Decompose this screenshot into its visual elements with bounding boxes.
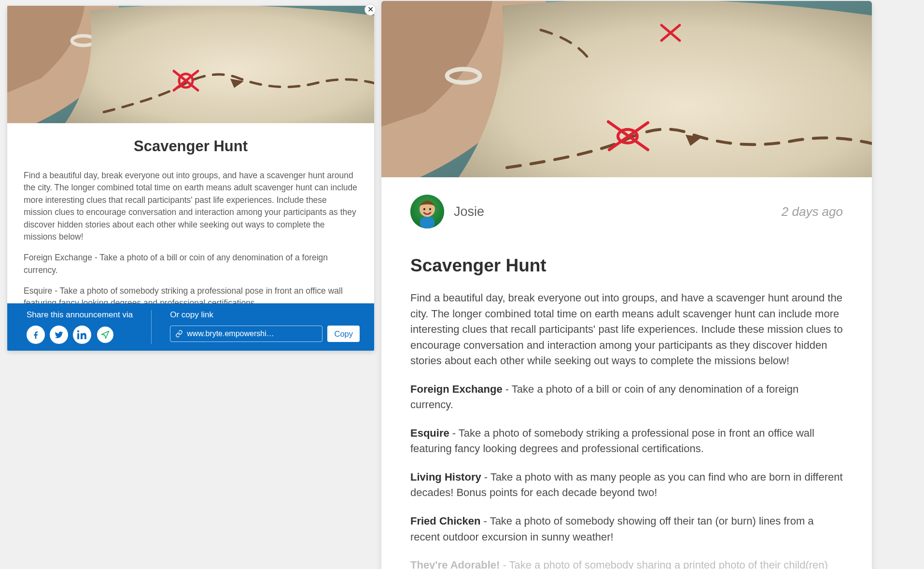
share-link-text: www.bryte.empowershi… [187, 329, 274, 338]
share-bar: Share this announcement via [7, 303, 374, 351]
share-facebook-button[interactable] [27, 326, 45, 344]
post-timestamp: 2 days ago [782, 204, 843, 219]
share-label: Share this announcement via [27, 310, 133, 320]
announcement-body: Find a beautiful day, break everyone out… [410, 290, 843, 569]
svg-point-15 [423, 208, 425, 210]
share-linkedin-button[interactable] [73, 326, 91, 344]
mission-item: Foreign Exchange - Take a photo of a bil… [410, 382, 843, 413]
copy-link-button[interactable]: Copy [327, 326, 360, 342]
svg-point-16 [429, 208, 431, 210]
mission-name: Foreign Exchange [410, 383, 503, 395]
close-icon: ✕ [367, 6, 374, 14]
author-name: Josie [454, 204, 484, 219]
link-icon [175, 330, 183, 338]
hero-image-small [7, 6, 374, 123]
intro-paragraph: Find a beautiful day, break everyone out… [24, 170, 358, 243]
mission-item: Foreign Exchange - Take a photo of a bil… [24, 252, 358, 276]
close-button[interactable]: ✕ [364, 4, 376, 15]
mission-name: Living History [410, 471, 481, 483]
modal-title: Scavenger Hunt [7, 123, 374, 160]
announcement-card: Josie 2 days ago Scavenger Hunt Find a b… [381, 1, 872, 569]
mission-item: Esquire - Take a photo of somebody strik… [410, 426, 843, 457]
modal-body: Find a beautiful day, break everyone out… [7, 160, 374, 303]
intro-paragraph: Find a beautiful day, break everyone out… [410, 290, 843, 369]
mission-item: They're Adorable! - Take a photo of some… [410, 557, 843, 569]
announcement-title: Scavenger Hunt [410, 256, 843, 276]
share-send-button[interactable] [96, 326, 114, 344]
paper-plane-icon [100, 330, 110, 340]
share-twitter-button[interactable] [50, 326, 68, 344]
mission-item: Living History - Take a photo with as ma… [410, 469, 843, 501]
mission-name: Fried Chicken [410, 515, 480, 527]
svg-rect-14 [420, 217, 434, 228]
facebook-icon [31, 330, 41, 340]
author-row: Josie 2 days ago [410, 195, 843, 228]
copy-link-label: Or copy link [170, 310, 360, 320]
share-link-field[interactable]: www.bryte.empowershi… [170, 326, 322, 342]
mission-item: Fried Chicken - Take a photo of somebody… [410, 513, 843, 545]
mission-item: Esquire - Take a photo of somebody strik… [24, 285, 358, 303]
twitter-icon [54, 330, 64, 340]
mission-name: Esquire [410, 427, 449, 439]
hero-image-large [381, 1, 872, 177]
mission-text: - Take a photo of somebody striking a pr… [410, 427, 814, 455]
author-avatar[interactable] [410, 195, 444, 228]
mission-name: They're Adorable! [410, 559, 500, 569]
linkedin-icon [77, 330, 87, 340]
share-modal: ✕ [7, 6, 374, 351]
